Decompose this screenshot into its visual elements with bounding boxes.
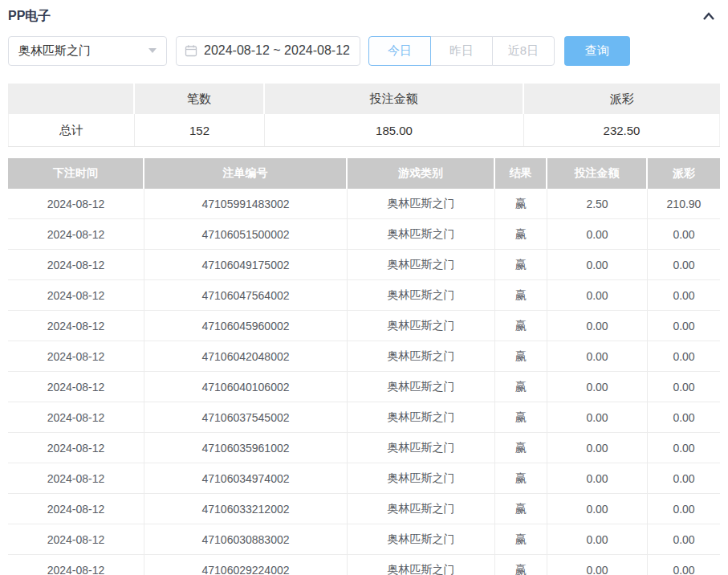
cell-payout: 0.00 [648, 402, 720, 433]
cell-bet-time: 2024-08-12 [8, 189, 144, 219]
cell-bet-time: 2024-08-12 [8, 341, 144, 372]
cell-result: 赢 [495, 402, 547, 433]
game-select[interactable]: 奥林匹斯之门 [8, 36, 167, 66]
panel-header: PP电子 [0, 0, 728, 26]
cell-result: 赢 [495, 372, 547, 402]
cell-bet-time: 2024-08-12 [8, 524, 144, 555]
yesterday-button[interactable]: 昨日 [430, 36, 493, 66]
table-row: 2024-08-12 47106035961002 奥林匹斯之门 赢 0.00 … [8, 433, 720, 463]
cell-payout: 0.00 [648, 250, 720, 280]
cell-payout: 0.00 [648, 372, 720, 402]
table-row: 2024-08-12 47106047564002 奥林匹斯之门 赢 0.00 … [8, 280, 720, 311]
col-header-bet-time: 下注时间 [8, 158, 144, 189]
summary-total-count: 152 [135, 114, 265, 146]
cell-game-type: 奥林匹斯之门 [348, 341, 495, 372]
cell-order-no: 47106034974002 [144, 463, 348, 494]
cell-game-type: 奥林匹斯之门 [348, 280, 495, 311]
date-range-picker[interactable]: 2024-08-12 ~ 2024-08-12 [176, 36, 360, 66]
cell-bet-time: 2024-08-12 [8, 250, 144, 280]
cell-result: 赢 [495, 250, 547, 280]
toolbar: 奥林匹斯之门 2024-08-12 ~ 2024-08-12 今日 昨日 近8日… [8, 35, 720, 66]
summary-total-label: 总计 [8, 114, 135, 146]
cell-order-no: 47106035961002 [144, 433, 348, 463]
summary-header-count: 笔数 [135, 84, 265, 114]
cell-result: 赢 [495, 555, 547, 575]
cell-payout: 0.00 [648, 555, 720, 575]
table-row: 2024-08-12 47106042048002 奥林匹斯之门 赢 0.00 … [8, 341, 720, 372]
query-button[interactable]: 查询 [564, 36, 630, 66]
bet-records-table: 下注时间 注单编号 游戏类别 结果 投注金额 派彩 2024-08-12 471… [8, 158, 720, 575]
cell-bet-amount: 0.00 [547, 524, 648, 555]
cell-bet-amount: 0.00 [547, 219, 648, 250]
cell-order-no: 47106029224002 [144, 555, 348, 575]
cell-order-no: 47106037545002 [144, 402, 348, 433]
cell-order-no: 47106047564002 [144, 280, 348, 311]
summary-header-payout: 派彩 [524, 84, 720, 114]
cell-game-type: 奥林匹斯之门 [348, 463, 495, 494]
table-row: 2024-08-12 47106037545002 奥林匹斯之门 赢 0.00 … [8, 402, 720, 433]
cell-bet-amount: 0.00 [547, 433, 648, 463]
summary-header-blank [8, 84, 135, 114]
cell-result: 赢 [495, 524, 547, 555]
col-header-game-type: 游戏类别 [348, 158, 495, 189]
cell-bet-amount: 0.00 [547, 372, 648, 402]
cell-bet-time: 2024-08-12 [8, 372, 144, 402]
cell-order-no: 47106040106002 [144, 372, 348, 402]
summary-table: 笔数 投注金额 派彩 总计 152 185.00 232.50 [8, 84, 720, 147]
cell-order-no: 47106051500002 [144, 219, 348, 250]
cell-game-type: 奥林匹斯之门 [348, 219, 495, 250]
table-row: 2024-08-12 47106034974002 奥林匹斯之门 赢 0.00 … [8, 463, 720, 494]
cell-result: 赢 [495, 219, 547, 250]
table-row: 2024-08-12 47105991483002 奥林匹斯之门 赢 2.50 … [8, 189, 720, 219]
cell-result: 赢 [495, 341, 547, 372]
cell-payout: 0.00 [648, 311, 720, 341]
cell-bet-amount: 0.00 [547, 311, 648, 341]
cell-payout: 0.00 [648, 219, 720, 250]
today-button[interactable]: 今日 [368, 36, 431, 66]
cell-order-no: 47106033212002 [144, 494, 348, 524]
cell-game-type: 奥林匹斯之门 [348, 433, 495, 463]
cell-bet-time: 2024-08-12 [8, 402, 144, 433]
col-header-bet-amount: 投注金额 [547, 158, 648, 189]
cell-result: 赢 [495, 280, 547, 311]
col-header-result: 结果 [495, 158, 547, 189]
chevron-down-icon [148, 48, 157, 53]
table-row: 2024-08-12 47106033212002 奥林匹斯之门 赢 0.00 … [8, 494, 720, 524]
cell-bet-time: 2024-08-12 [8, 555, 144, 575]
cell-payout: 0.00 [648, 280, 720, 311]
cell-result: 赢 [495, 311, 547, 341]
cell-bet-amount: 0.00 [547, 555, 648, 575]
last-8-days-button[interactable]: 近8日 [492, 36, 555, 66]
table-row: 2024-08-12 47106030883002 奥林匹斯之门 赢 0.00 … [8, 524, 720, 555]
cell-result: 赢 [495, 433, 547, 463]
cell-bet-time: 2024-08-12 [8, 463, 144, 494]
cell-game-type: 奥林匹斯之门 [348, 311, 495, 341]
cell-bet-time: 2024-08-12 [8, 311, 144, 341]
cell-bet-amount: 2.50 [547, 189, 648, 219]
cell-bet-amount: 0.00 [547, 494, 648, 524]
cell-result: 赢 [495, 463, 547, 494]
cell-bet-amount: 0.00 [547, 463, 648, 494]
col-header-payout: 派彩 [648, 158, 720, 189]
pp-games-panel: PP电子 奥林匹斯之门 2024-08-12 ~ 2024-08-12 [0, 0, 728, 575]
cell-bet-amount: 0.00 [547, 280, 648, 311]
table-row: 2024-08-12 47106049175002 奥林匹斯之门 赢 0.00 … [8, 250, 720, 280]
cell-game-type: 奥林匹斯之门 [348, 555, 495, 575]
cell-bet-amount: 0.00 [547, 250, 648, 280]
collapse-chevron-up-icon[interactable] [701, 9, 717, 23]
table-row: 2024-08-12 47106051500002 奥林匹斯之门 赢 0.00 … [8, 219, 720, 250]
cell-game-type: 奥林匹斯之门 [348, 494, 495, 524]
cell-order-no: 47106042048002 [144, 341, 348, 372]
cell-payout: 0.00 [648, 341, 720, 372]
cell-bet-time: 2024-08-12 [8, 433, 144, 463]
cell-game-type: 奥林匹斯之门 [348, 372, 495, 402]
cell-bet-time: 2024-08-12 [8, 219, 144, 250]
cell-bet-amount: 0.00 [547, 341, 648, 372]
date-range-value: 2024-08-12 ~ 2024-08-12 [204, 43, 350, 58]
cell-order-no: 47106030883002 [144, 524, 348, 555]
cell-payout: 0.00 [648, 433, 720, 463]
cell-game-type: 奥林匹斯之门 [348, 402, 495, 433]
cell-payout: 0.00 [648, 494, 720, 524]
summary-total-bet-amount: 185.00 [265, 114, 524, 146]
cell-bet-time: 2024-08-12 [8, 494, 144, 524]
